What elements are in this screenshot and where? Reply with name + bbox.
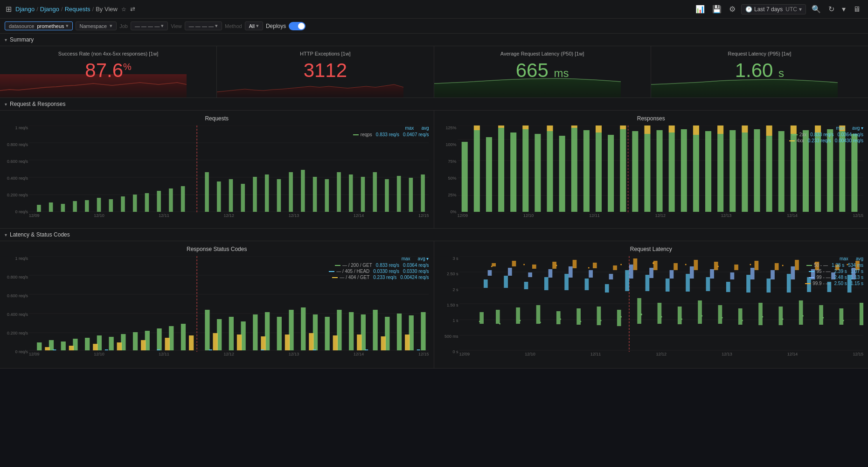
svg-point-256 [660,316,662,318]
svg-rect-180 [694,260,698,270]
svg-point-260 [742,320,743,321]
status-codes-panel: Response Status Codes 1 req/s 0.800 req/… [0,241,434,368]
view-filter[interactable]: — — — — ▾ [185,21,222,30]
svg-rect-243 [799,300,803,325]
p50-latency-card: Average Request Latency (P50) [1w] 665 m… [434,46,651,98]
svg-rect-72 [754,129,760,212]
svg-point-269 [588,267,589,269]
svg-point-257 [681,319,682,320]
namespace-filter[interactable]: Namespace ▾ [76,21,117,30]
svg-rect-58 [583,130,589,212]
summary-section-header[interactable]: ▾ Summary [0,34,868,46]
svg-rect-146 [261,336,265,350]
svg-rect-69 [717,134,723,212]
grid-icon[interactable]: ⊞ [6,5,12,14]
svg-rect-49 [473,130,479,212]
method-filter[interactable]: All ▾ [245,21,263,30]
chevron-down-refresh-icon[interactable]: ▾ [840,3,847,15]
svg-rect-89 [668,125,674,132]
deploys-toggle[interactable] [289,22,306,30]
svg-rect-238 [698,300,702,324]
svg-rect-109 [85,338,90,350]
requests-y-axis: 1 req/s 0.800 req/s 0.600 req/s 0.400 re… [5,125,28,214]
svg-rect-159 [365,349,368,350]
svg-rect-12 [85,200,89,212]
svg-rect-141 [141,340,146,350]
svg-rect-195 [609,274,613,279]
svg-rect-75 [790,134,796,212]
svg-rect-63 [644,134,650,212]
datasource-filter[interactable]: datasource prometheus ▾ [5,21,73,30]
svg-rect-73 [766,136,772,212]
breadcrumb-django1[interactable]: Django [15,6,35,13]
filter-sep3: Method [225,23,242,29]
settings-icon[interactable]: ⚙ [727,3,737,15]
time-range-picker[interactable]: 🕐 Last 7 days UTC ▾ [741,4,806,14]
svg-rect-36 [385,179,389,212]
summary-label: Summary [10,36,34,43]
svg-rect-90 [693,125,699,135]
svg-point-253 [600,320,601,321]
svg-rect-39 [421,174,425,212]
method-value: All [249,23,255,29]
requests-chevron: ▾ [5,102,7,107]
svg-rect-242 [778,307,783,325]
zoom-out-icon[interactable]: 🔍 [810,3,823,15]
svg-rect-32 [337,172,341,212]
svg-rect-122 [253,314,257,350]
chevron-down-icon: ▾ [799,6,802,13]
svg-rect-233 [597,307,601,325]
job-chevron: ▾ [161,23,164,29]
svg-rect-130 [349,312,354,350]
svg-rect-15 [121,196,125,212]
svg-rect-219 [706,277,710,291]
svg-rect-31 [325,179,329,212]
responses-x-axis: 12/09 12/10 12/11 12/12 12/13 12/14 12/1… [458,213,864,218]
responses-y-axis: 125% 100% 75% 50% 25% 0% [439,125,457,214]
svg-rect-37 [397,176,401,212]
svg-point-267 [523,264,525,265]
job-filter[interactable]: — — — — ▾ [131,21,168,30]
responses-legend: max avg ▾ 2xx 0.833 req/s 0.0364 req/s 4… [789,125,863,143]
svg-point-249 [519,320,521,321]
breadcrumb-django2[interactable]: Django [40,6,59,13]
http-exceptions-card: HTTP Exceptions [1w] 3112 [217,46,434,98]
svg-point-250 [539,322,541,323]
svg-rect-189 [487,270,492,276]
svg-rect-190 [507,268,512,276]
p50-latency-value: 665 ms [442,59,643,82]
svg-rect-83 [522,125,528,129]
svg-rect-148 [309,333,313,350]
monitor-icon[interactable]: 🖥 [851,3,862,15]
status-codes-title: Response Status Codes [5,246,429,252]
svg-rect-246 [859,303,863,325]
status-codes-x-axis: 12/09 12/10 12/11 12/12 12/13 12/14 12/1… [29,352,429,356]
svg-rect-25 [253,177,257,212]
status-codes-legend: max avg ▾ — / 200 / GET 0.833 req/s 0.03… [329,256,429,280]
requests-section-header[interactable]: ▾ Request & Responses [0,98,868,111]
share-icon[interactable]: ⇄ [130,6,135,13]
svg-rect-222 [766,279,771,293]
latency-section-header[interactable]: ▾ Latency & Status Codes [0,229,868,241]
svg-rect-214 [604,284,609,293]
svg-rect-66 [681,129,687,212]
refresh-icon[interactable]: ↻ [826,3,836,15]
breadcrumb-requests[interactable]: Requests [65,6,90,13]
status-codes-y-axis: 1 req/s 0.800 req/s 0.600 req/s 0.400 re… [5,256,28,354]
svg-rect-70 [729,130,736,212]
summary-chevron: ▾ [5,37,7,42]
svg-rect-192 [548,269,552,278]
svg-point-266 [491,266,492,267]
svg-rect-68 [705,131,711,212]
svg-rect-244 [819,305,823,325]
save-icon[interactable]: 💾 [710,3,723,15]
svg-rect-175 [592,263,597,268]
chart-add-icon[interactable]: 📊 [694,3,707,15]
svg-rect-203 [771,270,775,279]
star-icon[interactable]: ☆ [121,6,126,13]
requests-label: Request & Responses [10,101,65,107]
svg-rect-191 [528,272,532,277]
http-exceptions-value: 3112 [224,59,426,82]
svg-rect-50 [486,137,492,212]
requests-legend: max avg reqps 0.833 req/s 0.0407 req/s [353,125,429,137]
